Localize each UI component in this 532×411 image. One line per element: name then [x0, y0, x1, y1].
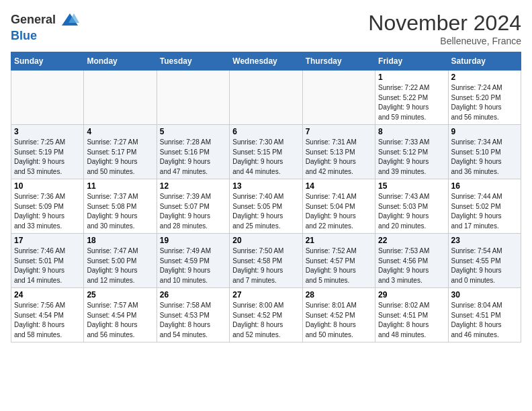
weekday-header-monday: Monday [84, 52, 157, 71]
day-info: Sunrise: 7:46 AM Sunset: 5:01 PM Dayligh… [14, 246, 81, 285]
day-info: Sunrise: 7:31 AM Sunset: 5:13 PM Dayligh… [306, 138, 372, 177]
day-number: 25 [87, 290, 153, 300]
day-info: Sunrise: 8:02 AM Sunset: 4:51 PM Dayligh… [378, 301, 445, 340]
day-info: Sunrise: 7:24 AM Sunset: 5:20 PM Dayligh… [451, 83, 518, 122]
calendar-week-2: 3Sunrise: 7:25 AM Sunset: 5:19 PM Daylig… [11, 125, 521, 179]
day-info: Sunrise: 7:43 AM Sunset: 5:03 PM Dayligh… [378, 192, 445, 231]
calendar-cell: 25Sunrise: 7:57 AM Sunset: 4:54 PM Dayli… [84, 288, 157, 342]
month-title: November 2024 [368, 11, 521, 36]
day-number: 12 [160, 181, 226, 191]
weekday-header-saturday: Saturday [448, 52, 521, 71]
logo: General Blue [11, 11, 79, 43]
day-info: Sunrise: 8:01 AM Sunset: 4:52 PM Dayligh… [306, 301, 372, 340]
day-info: Sunrise: 7:34 AM Sunset: 5:10 PM Dayligh… [451, 138, 518, 177]
calendar-cell: 30Sunrise: 8:04 AM Sunset: 4:51 PM Dayli… [448, 288, 521, 342]
day-number: 2 [451, 73, 518, 82]
day-number: 28 [306, 290, 372, 300]
weekday-header-wednesday: Wednesday [230, 52, 302, 71]
calendar-cell [84, 71, 157, 125]
calendar-cell: 16Sunrise: 7:44 AM Sunset: 5:02 PM Dayli… [448, 179, 521, 234]
weekday-header-tuesday: Tuesday [157, 52, 229, 71]
day-info: Sunrise: 7:54 AM Sunset: 4:55 PM Dayligh… [451, 246, 518, 285]
calendar-cell: 21Sunrise: 7:52 AM Sunset: 4:57 PM Dayli… [302, 234, 375, 288]
day-info: Sunrise: 7:37 AM Sunset: 5:08 PM Dayligh… [87, 192, 153, 231]
header-row: SundayMondayTuesdayWednesdayThursdayFrid… [11, 52, 521, 71]
day-number: 5 [160, 127, 226, 136]
calendar-cell: 17Sunrise: 7:46 AM Sunset: 5:01 PM Dayli… [11, 234, 84, 288]
calendar-cell: 8Sunrise: 7:33 AM Sunset: 5:12 PM Daylig… [375, 125, 448, 179]
day-number: 18 [87, 236, 153, 245]
day-info: Sunrise: 7:50 AM Sunset: 4:58 PM Dayligh… [232, 246, 299, 285]
day-info: Sunrise: 7:41 AM Sunset: 5:04 PM Dayligh… [306, 192, 372, 231]
calendar-week-5: 24Sunrise: 7:56 AM Sunset: 4:54 PM Dayli… [11, 288, 521, 342]
weekday-header-friday: Friday [375, 52, 448, 71]
calendar-cell: 15Sunrise: 7:43 AM Sunset: 5:03 PM Dayli… [375, 179, 448, 234]
day-number: 17 [14, 236, 81, 245]
day-number: 16 [451, 181, 518, 191]
day-number: 13 [232, 181, 299, 191]
day-number: 15 [378, 181, 445, 191]
day-number: 11 [87, 181, 153, 191]
day-number: 7 [306, 127, 372, 136]
calendar-cell: 11Sunrise: 7:37 AM Sunset: 5:08 PM Dayli… [84, 179, 157, 234]
day-number: 20 [232, 236, 299, 245]
day-info: Sunrise: 7:58 AM Sunset: 4:53 PM Dayligh… [160, 301, 226, 340]
day-number: 19 [160, 236, 226, 245]
calendar-cell: 2Sunrise: 7:24 AM Sunset: 5:20 PM Daylig… [448, 71, 521, 125]
weekday-header-thursday: Thursday [302, 52, 375, 71]
calendar-cell: 20Sunrise: 7:50 AM Sunset: 4:58 PM Dayli… [230, 234, 302, 288]
day-info: Sunrise: 7:49 AM Sunset: 4:59 PM Dayligh… [160, 246, 226, 285]
logo-icon [60, 11, 79, 30]
calendar-cell: 9Sunrise: 7:34 AM Sunset: 5:10 PM Daylig… [448, 125, 521, 179]
day-number: 8 [378, 127, 445, 136]
calendar-cell: 13Sunrise: 7:40 AM Sunset: 5:05 PM Dayli… [230, 179, 302, 234]
day-number: 9 [451, 127, 518, 136]
calendar-cell: 14Sunrise: 7:41 AM Sunset: 5:04 PM Dayli… [302, 179, 375, 234]
day-number: 4 [87, 127, 153, 136]
day-info: Sunrise: 7:53 AM Sunset: 4:56 PM Dayligh… [378, 246, 445, 285]
day-info: Sunrise: 7:27 AM Sunset: 5:17 PM Dayligh… [87, 138, 153, 177]
day-info: Sunrise: 8:04 AM Sunset: 4:51 PM Dayligh… [451, 301, 518, 340]
day-number: 23 [451, 236, 518, 245]
day-number: 26 [160, 290, 226, 300]
calendar-cell: 7Sunrise: 7:31 AM Sunset: 5:13 PM Daylig… [302, 125, 375, 179]
page-header: General Blue November 2024 Belleneuve, F… [11, 11, 521, 46]
day-info: Sunrise: 7:47 AM Sunset: 5:00 PM Dayligh… [87, 246, 153, 285]
calendar-cell: 18Sunrise: 7:47 AM Sunset: 5:00 PM Dayli… [84, 234, 157, 288]
day-number: 1 [378, 73, 445, 82]
day-info: Sunrise: 7:56 AM Sunset: 4:54 PM Dayligh… [14, 301, 81, 340]
calendar-week-4: 17Sunrise: 7:46 AM Sunset: 5:01 PM Dayli… [11, 234, 521, 288]
calendar-cell [230, 71, 302, 125]
calendar-header: SundayMondayTuesdayWednesdayThursdayFrid… [11, 52, 521, 71]
calendar-cell: 27Sunrise: 8:00 AM Sunset: 4:52 PM Dayli… [230, 288, 302, 342]
calendar-cell: 1Sunrise: 7:22 AM Sunset: 5:22 PM Daylig… [375, 71, 448, 125]
calendar-cell [11, 71, 84, 125]
day-number: 6 [232, 127, 299, 136]
day-number: 30 [451, 290, 518, 300]
calendar-week-1: 1Sunrise: 7:22 AM Sunset: 5:22 PM Daylig… [11, 71, 521, 125]
day-info: Sunrise: 7:36 AM Sunset: 5:09 PM Dayligh… [14, 192, 81, 231]
day-info: Sunrise: 7:39 AM Sunset: 5:07 PM Dayligh… [160, 192, 226, 231]
day-info: Sunrise: 7:33 AM Sunset: 5:12 PM Dayligh… [378, 138, 445, 177]
day-number: 3 [14, 127, 81, 136]
calendar-table: SundayMondayTuesdayWednesdayThursdayFrid… [11, 52, 521, 342]
day-info: Sunrise: 7:52 AM Sunset: 4:57 PM Dayligh… [306, 246, 372, 285]
calendar-week-3: 10Sunrise: 7:36 AM Sunset: 5:09 PM Dayli… [11, 179, 521, 234]
day-number: 14 [306, 181, 372, 191]
calendar-cell: 4Sunrise: 7:27 AM Sunset: 5:17 PM Daylig… [84, 125, 157, 179]
day-info: Sunrise: 7:57 AM Sunset: 4:54 PM Dayligh… [87, 301, 153, 340]
calendar-cell [302, 71, 375, 125]
calendar-cell: 10Sunrise: 7:36 AM Sunset: 5:09 PM Dayli… [11, 179, 84, 234]
day-info: Sunrise: 7:44 AM Sunset: 5:02 PM Dayligh… [451, 192, 518, 231]
calendar-cell: 26Sunrise: 7:58 AM Sunset: 4:53 PM Dayli… [157, 288, 229, 342]
day-number: 29 [378, 290, 445, 300]
day-info: Sunrise: 7:30 AM Sunset: 5:15 PM Dayligh… [232, 138, 299, 177]
day-number: 27 [232, 290, 299, 300]
calendar-cell: 28Sunrise: 8:01 AM Sunset: 4:52 PM Dayli… [302, 288, 375, 342]
calendar-cell: 6Sunrise: 7:30 AM Sunset: 5:15 PM Daylig… [230, 125, 302, 179]
day-number: 21 [306, 236, 372, 245]
logo-general: General [11, 13, 56, 26]
calendar-cell: 22Sunrise: 7:53 AM Sunset: 4:56 PM Dayli… [375, 234, 448, 288]
calendar-cell: 5Sunrise: 7:28 AM Sunset: 5:16 PM Daylig… [157, 125, 229, 179]
location: Belleneuve, France [368, 36, 521, 46]
